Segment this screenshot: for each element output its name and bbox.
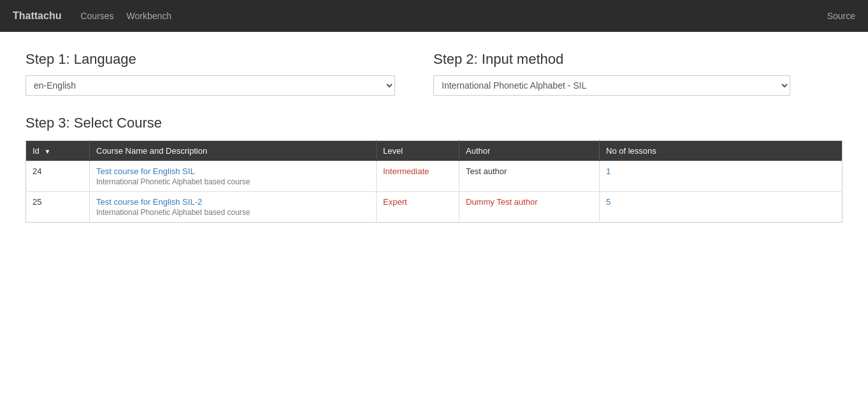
step1-block: Step 1: Language en-English bbox=[25, 51, 395, 96]
nav-courses[interactable]: Courses bbox=[80, 11, 113, 21]
cell-author: Test author bbox=[459, 161, 600, 192]
course-table: Id ▼ Course Name and Description Level A… bbox=[25, 140, 843, 223]
nav-links: Courses Workbench bbox=[80, 11, 171, 21]
cell-id: 24 bbox=[26, 161, 90, 192]
course-description: International Phonetic Alphabet based co… bbox=[96, 208, 370, 217]
step2-heading: Step 2: Input method bbox=[433, 51, 790, 68]
navbar: Thattachu Courses Workbench Source bbox=[0, 0, 868, 32]
col-header-level: Level bbox=[377, 141, 459, 161]
step2-block: Step 2: Input method International Phone… bbox=[433, 51, 790, 96]
table-header-row: Id ▼ Course Name and Description Level A… bbox=[26, 141, 843, 161]
col-header-lessons: No of lessons bbox=[600, 141, 843, 161]
cell-lessons: 1 bbox=[600, 161, 843, 192]
col-header-name: Course Name and Description bbox=[90, 141, 377, 161]
cell-name: Test course for English SILInternational… bbox=[90, 161, 377, 192]
course-description: International Phonetic Alphabet based co… bbox=[96, 177, 370, 186]
col-header-id[interactable]: Id ▼ bbox=[26, 141, 90, 161]
sort-arrow-icon: ▼ bbox=[44, 148, 50, 155]
step1-heading: Step 1: Language bbox=[25, 51, 395, 68]
brand-logo[interactable]: Thattachu bbox=[13, 10, 61, 22]
lessons-count-link[interactable]: 5 bbox=[606, 197, 611, 207]
cell-level: Expert bbox=[377, 192, 459, 223]
course-name-link[interactable]: Test course for English SIL bbox=[96, 166, 195, 176]
table-row: 24Test course for English SILInternation… bbox=[26, 161, 843, 192]
cell-id: 25 bbox=[26, 192, 90, 223]
input-method-select[interactable]: International Phonetic Alphabet - SIL bbox=[433, 75, 790, 96]
step3-heading: Step 3: Select Course bbox=[25, 115, 843, 131]
nav-workbench[interactable]: Workbench bbox=[127, 11, 172, 21]
table-row: 25Test course for English SIL-2Internati… bbox=[26, 192, 843, 223]
course-name-link[interactable]: Test course for English SIL-2 bbox=[96, 197, 202, 207]
cell-author: Dummy Test author bbox=[459, 192, 600, 223]
cell-level: Intermediate bbox=[377, 161, 459, 192]
nav-source[interactable]: Source bbox=[827, 11, 855, 21]
step3-block: Step 3: Select Course Id ▼ Course Name a… bbox=[25, 115, 843, 223]
language-select[interactable]: en-English bbox=[25, 75, 395, 96]
cell-name: Test course for English SIL-2Internation… bbox=[90, 192, 377, 223]
cell-lessons: 5 bbox=[600, 192, 843, 223]
steps-row: Step 1: Language en-English Step 2: Inpu… bbox=[25, 51, 843, 96]
lessons-count-link[interactable]: 1 bbox=[606, 166, 611, 176]
col-header-author: Author bbox=[459, 141, 600, 161]
main-content: Step 1: Language en-English Step 2: Inpu… bbox=[0, 32, 868, 242]
